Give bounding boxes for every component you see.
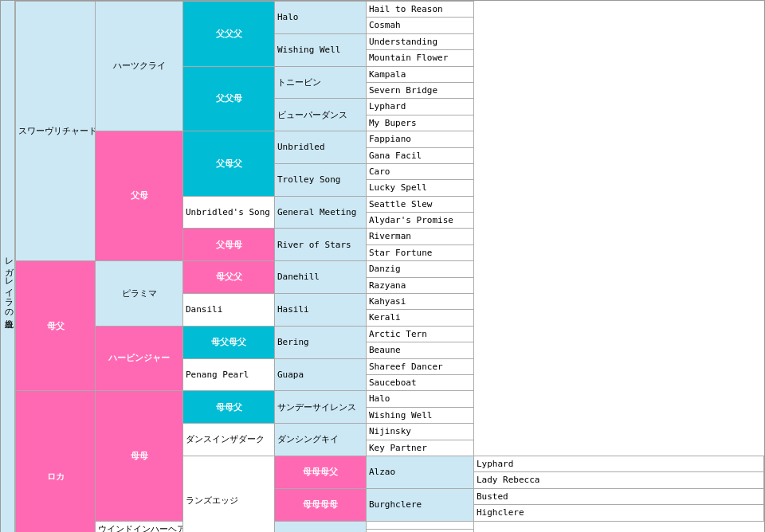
gen6-seattle: Seattle Slew xyxy=(367,196,474,212)
gen6-riverman: Riverman xyxy=(367,229,474,244)
gen3-lands-edge: ランズエッジ xyxy=(183,456,275,532)
gen5-hasili: Hasili xyxy=(275,294,367,327)
gen6-lady: Lady Rebecca xyxy=(474,472,764,488)
gen6-mybupers: My Bupers xyxy=(367,115,474,131)
gen4-mmmf-label: 母母母父 xyxy=(275,456,367,488)
pedigree-wrapper: レガレイラの血統 スワーヴリチャード ハーツクライ 父父父 Halo Hail … xyxy=(0,0,765,532)
gen4-mmf-label: 母母父 xyxy=(183,391,275,424)
gen6-alydar: Alydar's Promise xyxy=(367,213,474,229)
gen6-razyana: Razyana xyxy=(367,277,474,293)
gen6-nijinsky: Nijinsky xyxy=(367,424,474,440)
gen6-danzig: Danzig xyxy=(367,261,474,277)
gen5-tony: トニービン xyxy=(275,66,367,99)
gen3-mm-label: 母母 xyxy=(96,391,183,521)
gen6-beaune: Beaune xyxy=(367,342,474,358)
gen5-dancing: ダンシングキイ xyxy=(275,424,367,456)
gen6-shareef: Shareef Dancer xyxy=(367,358,474,374)
gen4-fff-label: 父父父 xyxy=(183,2,275,67)
gen4-penang: Penang Pearl xyxy=(183,358,275,391)
gen4-unbridled-song: Unbridled's Song xyxy=(183,196,275,229)
gen6-severn: Severn Bridge xyxy=(367,82,474,98)
gen6-lyphard2: Lyphard xyxy=(474,456,764,471)
gen6-understanding: Understanding xyxy=(367,33,474,49)
gen6-empty2 xyxy=(367,529,474,532)
gen6-lucky: Lucky Spell xyxy=(367,180,474,196)
gen4-dansili: Dansili xyxy=(183,294,275,327)
gen6-arctic: Arctic Tern xyxy=(367,326,474,342)
gen4-mff-label: 母父父 xyxy=(183,261,275,294)
gen4-fmf-label: 父母父 xyxy=(183,131,275,197)
gen6-kahyasi: Kahyasi xyxy=(367,294,474,310)
gen6-star: Star Fortune xyxy=(367,244,474,260)
gen6-halo2: Halo xyxy=(367,391,474,407)
gen6-empty1 xyxy=(367,521,474,529)
gen6-kampala: Kampala xyxy=(367,66,474,82)
gen5-guapa: Guapa xyxy=(275,358,367,391)
gen2-loca: ロカ xyxy=(16,391,96,532)
gen4-dance-dark: ダンスインザダーク xyxy=(183,424,275,456)
gen6-gana: Gana Facil xyxy=(367,147,474,163)
gen5-river: River of Stars xyxy=(275,229,367,261)
gen3-piramima: ピラミマ xyxy=(96,261,183,327)
gen5-alzao: Alzao xyxy=(367,456,474,488)
gen4-mmmm-label: 母母母母 xyxy=(275,488,367,521)
gen6-sauceboat: Sauceboat xyxy=(367,374,474,390)
gen5-burgh: Burghclere xyxy=(367,488,474,521)
gen5-wishing: Wishing Well xyxy=(275,33,367,66)
gen6-key: Key Partner xyxy=(367,440,474,456)
chart-title: レガレイラの血統 xyxy=(1,1,15,532)
gen6-caro: Caro xyxy=(367,163,474,179)
gen5-bering: Bering xyxy=(275,326,367,358)
gen5-halo: Halo xyxy=(275,2,367,34)
gen6-kerali: Kerali xyxy=(367,310,474,326)
gen6-fappiano: Fappiano xyxy=(367,131,474,147)
gen4-fmm-label: 父母母 xyxy=(183,229,275,261)
gen5-danehill: Danehill xyxy=(275,261,367,294)
gen5-unbridled: Unbridled xyxy=(275,131,367,164)
gen6-cosmah: Cosmah xyxy=(367,18,474,33)
gen6-lyphard: Lyphard xyxy=(367,99,474,115)
gen3-fm-name: 父母 xyxy=(96,131,183,261)
gen2-father-name: スワーヴリチャード xyxy=(16,2,96,261)
gen5-empty1 xyxy=(275,521,367,532)
gen5-sunday: サンデーサイレンス xyxy=(275,391,367,424)
gen5-general: General Meeting xyxy=(275,196,367,229)
gen6-hail: Hail to Reason xyxy=(367,2,474,18)
gen6-wishing2: Wishing Well xyxy=(367,407,474,423)
gen2-mf-label: 母父 xyxy=(16,261,96,391)
gen4-ffm-label: 父父母 xyxy=(183,66,275,131)
gen4-wind: ウインドインハーヘア xyxy=(96,521,183,532)
gen5-trolley: Trolley Song xyxy=(275,163,367,196)
gen6-highclere: Highclere xyxy=(474,505,764,521)
gen6-busted: Busted xyxy=(474,488,764,504)
gen6-mountain: Mountain Flower xyxy=(367,50,474,66)
gen5-view: ビューパーダンス xyxy=(275,99,367,131)
gen3-harbinger: ハービンジャー xyxy=(96,326,183,391)
gen3-ff-name: ハーツクライ xyxy=(96,2,183,131)
gen4-mfmf-label: 母父母父 xyxy=(183,326,275,358)
